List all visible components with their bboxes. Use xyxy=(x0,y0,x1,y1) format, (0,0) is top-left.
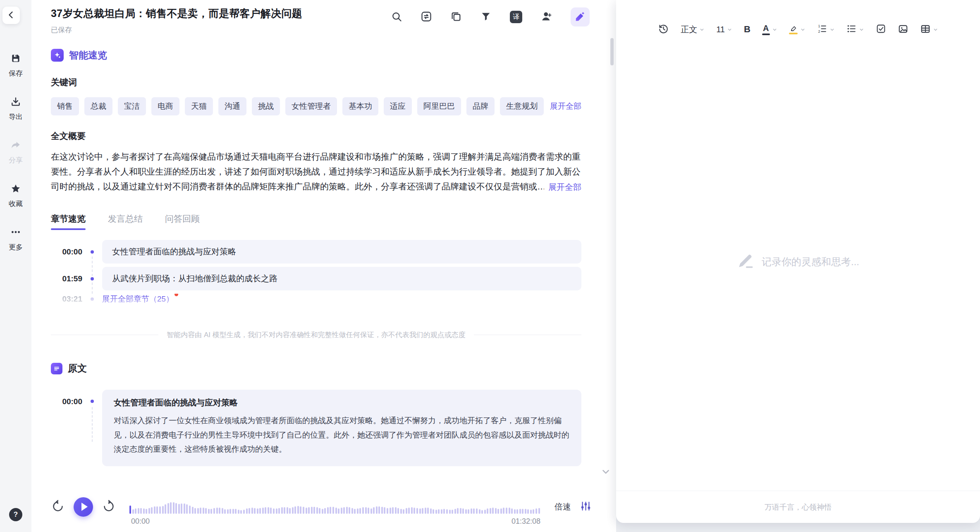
tab-qa-review[interactable]: 问答回顾 xyxy=(165,213,200,230)
chapter-title[interactable]: 从武侠片到职场：从扫地僧到总裁的成长之路 xyxy=(102,267,581,290)
chapter-title[interactable]: 女性管理者面临的挑战与应对策略 xyxy=(102,240,581,264)
keyword-tag[interactable]: 挑战 xyxy=(252,97,280,115)
sidebar-items: 保存 导出 分享 收藏 xyxy=(9,53,23,252)
convert-button[interactable] xyxy=(421,11,432,24)
bold-button[interactable]: B xyxy=(744,24,751,35)
expand-keywords-link[interactable]: 展开全部 xyxy=(550,101,581,112)
ai-sparkle-icon xyxy=(51,49,64,62)
chapter-expand-row: 03:21 展开全部章节（25） xyxy=(51,294,581,311)
chevron-down-icon xyxy=(933,27,938,32)
collaborate-button[interactable] xyxy=(540,10,552,24)
rewind-icon xyxy=(51,500,65,514)
timeline-dot-icon xyxy=(91,297,94,301)
timeline-dot-icon xyxy=(91,277,94,280)
chevron-down-icon xyxy=(800,27,806,32)
tab-speaker-summary[interactable]: 发言总结 xyxy=(108,213,143,230)
paragraph-style-select[interactable]: 正文 xyxy=(681,24,705,35)
convert-icon xyxy=(421,11,432,24)
waveform-seekbar[interactable]: 00:00 01:32:08 xyxy=(129,500,540,514)
audio-settings-button[interactable] xyxy=(580,501,591,513)
font-size-select[interactable]: 11 xyxy=(716,25,732,34)
chapter-time: 03:21 xyxy=(51,295,82,304)
chevron-down-icon xyxy=(772,27,777,32)
chevron-down-icon xyxy=(829,27,835,32)
main-content: 智能速览 关键词 销售 总裁 宝洁 电商 天猫 沟通 挑战 女性管理者 基本功 … xyxy=(31,35,616,488)
notes-card: 正文 11 B A xyxy=(616,0,980,523)
checklist-button[interactable] xyxy=(876,24,886,35)
transcript-title: 原文 xyxy=(68,362,87,375)
text-color-button[interactable]: A xyxy=(762,24,777,35)
expand-all-chapters-link[interactable]: 展开全部章节（25） xyxy=(102,294,174,304)
sidebar-item-export[interactable]: 导出 xyxy=(9,96,23,122)
ai-assistant-button[interactable] xyxy=(571,7,590,26)
translate-button[interactable]: 译 xyxy=(510,11,522,23)
notes-panel: 正文 11 B A xyxy=(616,0,980,532)
back-button[interactable] xyxy=(2,7,20,24)
insert-table-button[interactable] xyxy=(920,24,938,36)
sidebar-item-more[interactable]: 更多 xyxy=(9,227,23,252)
keyword-tag[interactable]: 适应 xyxy=(384,97,412,115)
share-icon xyxy=(10,140,21,152)
timeline-dot-icon xyxy=(91,400,94,403)
scrollbar-thumb[interactable] xyxy=(610,38,614,65)
insert-image-button[interactable] xyxy=(898,24,908,36)
history-button[interactable] xyxy=(658,23,669,36)
transcript-list: 00:00 女性管理者面临的挑战与应对策略 对话深入探讨了一位女性在商业领域成为… xyxy=(51,390,581,466)
keywords-heading: 关键词 xyxy=(51,77,581,88)
summary-paragraph: 在这次讨论中，参与者探讨了在高端保健品市场通过天猫电商平台进行品牌建设和市场推广… xyxy=(51,149,581,194)
transcript-card[interactable]: 女性管理者面临的挑战与应对策略 对话深入探讨了一位女性在商业领域成为管理者所面临… xyxy=(102,390,581,466)
sidebar-item-share[interactable]: 分享 xyxy=(9,140,23,165)
keyword-tag[interactable]: 女性管理者 xyxy=(285,97,337,115)
summary-text: 在这次讨论中，参与者探讨了在高端保健品市场通过天猫电商平台进行品牌建设和市场推广… xyxy=(51,152,581,191)
editor-tagline: 万语千言，心领神悟 xyxy=(765,502,832,512)
keyword-tag[interactable]: 宝洁 xyxy=(118,97,146,115)
expand-summary-link[interactable]: 展开全部 xyxy=(544,182,581,193)
sidebar-item-favorite[interactable]: 收藏 xyxy=(9,183,23,208)
play-button[interactable] xyxy=(74,497,93,517)
ordered-list-button[interactable]: 12 xyxy=(817,24,835,35)
keyword-tag[interactable]: 天猫 xyxy=(185,97,213,115)
title-block: 37岁女总裁坦白局：销售不是卖，而是帮客户解决问题 已保存 xyxy=(51,7,302,35)
keyword-tag[interactable]: 阿里巴巴 xyxy=(417,97,461,115)
keyword-tag[interactable]: 基本功 xyxy=(342,97,378,115)
save-status: 已保存 xyxy=(51,25,302,35)
editor-empty-state: 记录你的灵感和思考... xyxy=(737,252,859,272)
total-time: 01:32:08 xyxy=(512,517,540,526)
bold-icon: B xyxy=(744,24,751,35)
sidebar-item-label: 保存 xyxy=(9,69,23,78)
editor-toolbar: 正文 11 B A xyxy=(616,23,980,36)
copy-button[interactable] xyxy=(450,11,462,24)
tab-chapter-overview[interactable]: 章节速览 xyxy=(51,213,86,230)
chapter-row[interactable]: 00:00 女性管理者面临的挑战与应对策略 xyxy=(51,240,581,264)
sidebar-item-save[interactable]: 保存 xyxy=(9,53,23,78)
add-person-icon xyxy=(540,10,552,24)
save-icon xyxy=(10,53,21,65)
divider-line xyxy=(474,335,581,335)
help-button[interactable]: ? xyxy=(9,508,22,521)
keyword-tag[interactable]: 总裁 xyxy=(84,97,112,115)
scroll-down-button[interactable] xyxy=(600,466,611,478)
playback-speed-button[interactable]: 倍速 xyxy=(555,501,571,513)
star-icon xyxy=(10,183,21,196)
chapter-row[interactable]: 01:59 从武侠片到职场：从扫地僧到总裁的成长之路 xyxy=(51,267,581,290)
rewind-button[interactable] xyxy=(51,500,65,514)
summary-heading: 全文概要 xyxy=(51,130,581,142)
main-panel: 37岁女总裁坦白局：销售不是卖，而是帮客户解决问题 已保存 xyxy=(31,0,616,532)
notification-dot-icon xyxy=(174,294,178,296)
keyword-tag[interactable]: 电商 xyxy=(151,97,179,115)
forward-button[interactable] xyxy=(102,500,115,514)
question-mark-icon: ? xyxy=(14,510,18,519)
keyword-tag[interactable]: 销售 xyxy=(51,97,79,115)
note-editor-area[interactable]: 记录你的灵感和思考... xyxy=(616,36,980,491)
highlight-button[interactable] xyxy=(789,24,806,35)
document-icon xyxy=(51,363,62,374)
main-header: 37岁女总裁坦白局：销售不是卖，而是帮客户解决问题 已保存 xyxy=(31,0,616,35)
bullet-list-button[interactable] xyxy=(846,24,864,35)
search-button[interactable] xyxy=(391,11,402,24)
filter-button[interactable] xyxy=(480,11,492,24)
sidebar-item-label: 收藏 xyxy=(9,199,23,208)
keyword-tag[interactable]: 生意规划 xyxy=(500,97,544,115)
keyword-tags: 销售 总裁 宝洁 电商 天猫 沟通 挑战 女性管理者 基本功 适应 阿里巴巴 品… xyxy=(51,97,581,115)
keyword-tag[interactable]: 品牌 xyxy=(466,97,495,115)
keyword-tag[interactable]: 沟通 xyxy=(218,97,246,115)
